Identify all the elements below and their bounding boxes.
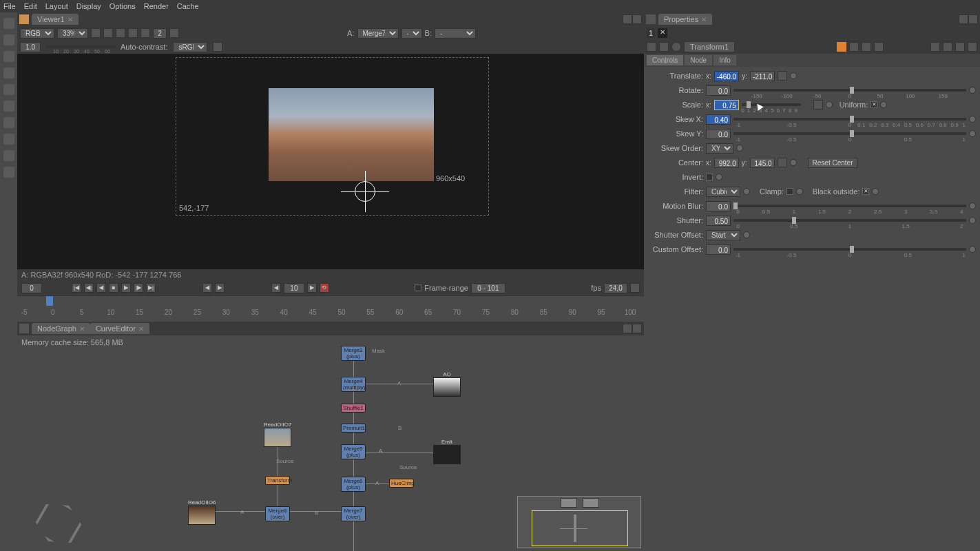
node-ao[interactable]: AO [433, 371, 461, 397]
node-merge4[interactable]: Merge4 (multiply) [341, 377, 366, 392]
node-name-field[interactable]: Transform1 [684, 41, 735, 52]
node-merge3[interactable]: Merge3 (plus) [341, 346, 366, 361]
translate-x-input[interactable]: -460.0 [714, 71, 739, 81]
frame-range-checkbox[interactable] [415, 284, 421, 291]
anim-menu-icon[interactable] [872, 188, 879, 195]
menu-file[interactable]: File [3, 2, 16, 10]
center-y-input[interactable]: 145.0 [750, 158, 775, 168]
tab-controls[interactable]: Controls [647, 55, 683, 65]
tool-7[interactable] [3, 117, 14, 128]
gain-input[interactable] [20, 42, 41, 52]
tool-8[interactable] [3, 134, 14, 145]
filter-select[interactable]: Cubic [706, 187, 740, 197]
menu-render[interactable]: Render [144, 2, 169, 10]
menu-layout[interactable]: Layout [45, 2, 68, 10]
tab-info[interactable]: Info [713, 55, 736, 65]
menu-edit[interactable]: Edit [24, 2, 37, 10]
center-node-icon[interactable] [647, 42, 656, 52]
node-merge8[interactable]: Merge8 (over) [265, 506, 290, 521]
rotate-input[interactable]: 0.0 [706, 85, 731, 96]
step-back-button[interactable]: ◀ [271, 283, 281, 293]
motionblur-slider[interactable]: 0 0.5 1 1.5 2 2.5 3 3.5 4 [733, 205, 966, 207]
anim-menu-icon[interactable] [736, 145, 743, 152]
fps-input[interactable] [604, 283, 627, 293]
anim-menu-icon[interactable] [969, 87, 976, 94]
render-scale-icon[interactable] [140, 28, 150, 38]
prev-incr-button[interactable]: ◀ [202, 283, 212, 293]
render-scale-input[interactable] [153, 28, 167, 39]
wipe-mode-select[interactable]: - [402, 28, 422, 39]
clear-panels-button[interactable]: ✕ [658, 28, 667, 38]
anim-menu-icon[interactable] [969, 217, 976, 224]
anim-menu-icon[interactable] [796, 188, 803, 195]
link-icon[interactable] [778, 71, 787, 81]
close-icon[interactable]: ✕ [701, 16, 707, 23]
node-transform[interactable]: Transform [265, 476, 290, 485]
translate-y-input[interactable]: -211.0 [750, 71, 775, 81]
anim-menu-icon[interactable] [790, 159, 797, 166]
prev-keyframe-button[interactable]: ◀| [84, 283, 94, 293]
scale-slider[interactable]: 0 1 2 3 4 5 6 7 8 9 [742, 103, 801, 106]
pane-close-icon[interactable] [632, 14, 642, 24]
node-readoiio7[interactable]: ReadOIIO7 [264, 422, 291, 447]
hide-icon[interactable] [955, 42, 965, 52]
tool-2[interactable] [3, 34, 14, 45]
rotate-slider[interactable]: -150 -100 -50 0 50 100 150 [733, 89, 966, 92]
anim-menu-icon[interactable] [743, 188, 750, 195]
nodegraph-tab[interactable]: NodeGraph ✕ [32, 323, 90, 334]
skewy-input[interactable]: 0.0 [706, 129, 731, 139]
playhead[interactable] [46, 296, 53, 306]
undo-icon[interactable] [849, 42, 859, 52]
menu-display[interactable]: Display [76, 2, 101, 10]
timeline-settings-icon[interactable] [630, 283, 640, 293]
next-incr-button[interactable]: ▶ [215, 283, 225, 293]
menu-options[interactable]: Options [110, 2, 136, 10]
tool-6[interactable] [3, 101, 14, 112]
first-frame-button[interactable]: |◀ [72, 283, 81, 293]
customoffset-input[interactable]: 0.0 [706, 245, 731, 255]
customoffset-slider[interactable]: -1 -0.5 0 0.5 1 [733, 248, 966, 251]
redo-icon[interactable] [862, 42, 871, 52]
clamp-checkbox[interactable] [786, 188, 793, 195]
stop-button[interactable]: ■ [109, 283, 118, 293]
menu-cache[interactable]: Cache [177, 2, 199, 10]
skeworder-select[interactable]: XY [706, 143, 733, 154]
tool-9[interactable] [3, 150, 14, 161]
zoom-select[interactable]: 33% [57, 28, 88, 39]
pane-float-icon[interactable] [623, 324, 632, 333]
link-icon[interactable] [778, 158, 787, 167]
node-premult1[interactable]: Premult1 [341, 424, 366, 433]
source-a-select[interactable]: Merge7 [357, 28, 399, 39]
loop-mode-button[interactable]: ⟲ [320, 283, 329, 293]
curveeditor-tab[interactable]: CurveEditor ✕ [90, 323, 149, 334]
node-graph[interactable]: Memory cache size: 565,8 MB Merge3 (plus… [17, 335, 644, 551]
link-icon[interactable] [813, 100, 823, 110]
close-panel-icon[interactable] [968, 42, 977, 52]
next-keyframe-button[interactable]: |▶ [134, 283, 143, 293]
anim-menu-icon[interactable] [716, 174, 722, 180]
shutteroffset-select[interactable]: Start [706, 230, 740, 240]
step-fwd-button[interactable]: ▶ [307, 283, 317, 293]
node-merge7[interactable]: Merge7 (over) [341, 506, 366, 521]
tool-3[interactable] [3, 51, 14, 62]
increment-input[interactable] [284, 283, 304, 293]
skewx-slider[interactable]: -1 -0.5 0 0.1 0.2 0.3 0.4 0.5 0.6 0.7 0.… [733, 118, 966, 121]
timeline-ruler[interactable]: -505101520253035404550556065707580859095… [17, 295, 644, 322]
scale-x-input[interactable]: 0.75 [714, 100, 739, 110]
skewx-input[interactable]: 0.40 [706, 114, 731, 125]
anim-menu-icon[interactable] [969, 246, 976, 253]
anim-menu-icon[interactable] [969, 202, 976, 209]
node-merge5[interactable]: Merge5 (plus) [341, 444, 366, 459]
motionblur-input[interactable]: 0.0 [706, 201, 731, 211]
anim-menu-icon[interactable] [880, 101, 887, 108]
anim-menu-icon[interactable] [826, 101, 833, 108]
help-icon[interactable] [671, 42, 681, 52]
tool-4[interactable] [3, 67, 14, 79]
properties-tab[interactable]: Properties ✕ [658, 14, 712, 25]
channel-select[interactable]: RGB [20, 28, 54, 39]
restore-defaults-icon[interactable] [874, 42, 884, 52]
tool-5[interactable] [3, 84, 14, 95]
sync-icon[interactable] [91, 28, 101, 38]
last-frame-button[interactable]: ▶| [146, 283, 156, 293]
float-icon[interactable] [943, 42, 952, 52]
